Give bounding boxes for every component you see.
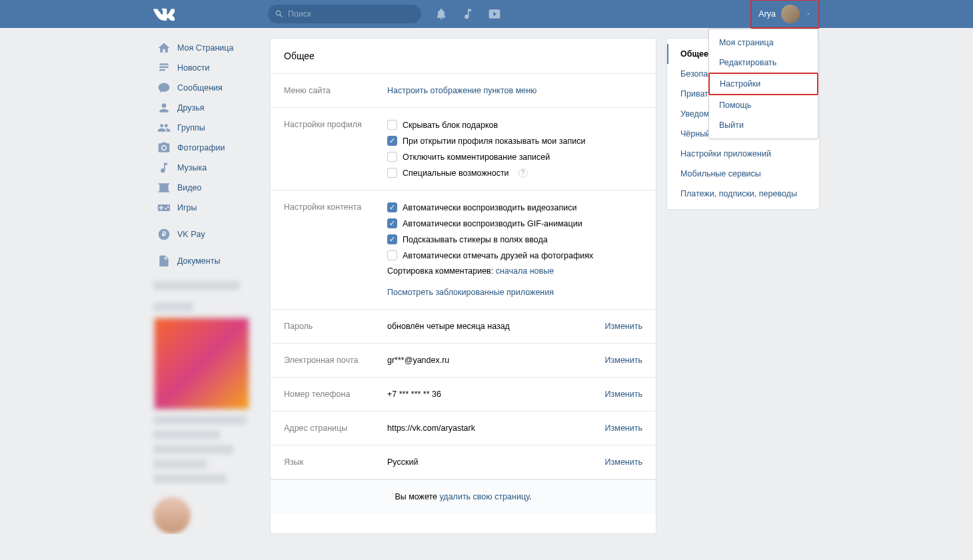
username: Arya bbox=[758, 9, 776, 19]
profile-settings-label: Настройки профиля bbox=[284, 120, 387, 178]
bell-icon[interactable] bbox=[435, 7, 448, 21]
dropdown-logout[interactable]: Выйти bbox=[709, 115, 818, 135]
dropdown-my-page[interactable]: Моя страница bbox=[709, 33, 818, 53]
checkbox-disable-comments[interactable] bbox=[387, 152, 397, 162]
document-icon bbox=[157, 254, 171, 268]
dropdown-edit[interactable]: Редактировать bbox=[709, 53, 818, 73]
nav-my-page[interactable]: Моя Страница bbox=[153, 38, 260, 58]
svg-point-1 bbox=[163, 146, 166, 150]
games-icon bbox=[157, 201, 171, 214]
dropdown-settings[interactable]: Настройки bbox=[708, 73, 818, 95]
blocked-apps-link[interactable]: Посмотреть заблокированные приложения bbox=[387, 288, 554, 297]
help-icon[interactable]: ? bbox=[518, 168, 528, 178]
checkbox-sticker-hints[interactable] bbox=[387, 234, 397, 244]
friends-icon bbox=[157, 101, 171, 115]
groups-icon bbox=[157, 121, 171, 135]
sidebar-extras bbox=[153, 281, 260, 534]
nav-photos[interactable]: Фотографии bbox=[153, 138, 260, 158]
password-label: Пароль bbox=[284, 322, 387, 331]
settings-title: Общее bbox=[271, 39, 656, 74]
email-label: Электронная почта bbox=[284, 356, 387, 365]
svg-text:₽: ₽ bbox=[162, 230, 167, 238]
nav-news[interactable]: Новости bbox=[153, 58, 260, 78]
avatar bbox=[781, 5, 800, 23]
vkpay-icon: ₽ bbox=[157, 228, 171, 241]
message-icon bbox=[157, 81, 171, 95]
settings-content: Общее Меню сайта Настроить отображение п… bbox=[270, 38, 656, 534]
checkbox-show-posts[interactable] bbox=[387, 136, 397, 146]
content-settings-label: Настройки контента bbox=[284, 202, 387, 297]
tab-payments[interactable]: Платежи, подписки, переводы bbox=[667, 184, 819, 204]
lang-change[interactable]: Изменить bbox=[605, 457, 642, 467]
nav-vkpay[interactable]: ₽VK Pay bbox=[153, 224, 260, 244]
url-value: https://vk.com/aryastark bbox=[387, 423, 475, 433]
email-change[interactable]: Изменить bbox=[605, 356, 642, 365]
nav-documents[interactable]: Документы bbox=[153, 251, 260, 271]
search-box[interactable] bbox=[268, 5, 421, 23]
menu-site-label: Меню сайта bbox=[284, 86, 387, 95]
video-nav-icon bbox=[157, 181, 171, 194]
checkbox-accessibility[interactable] bbox=[387, 168, 397, 178]
url-label: Адрес страницы bbox=[284, 423, 387, 433]
phone-label: Номер телефона bbox=[284, 390, 387, 399]
music-nav-icon bbox=[157, 161, 171, 174]
menu-site-link[interactable]: Настроить отображение пунктов меню bbox=[387, 86, 536, 95]
nav-games[interactable]: Игры bbox=[153, 198, 260, 218]
lang-label: Язык bbox=[284, 457, 387, 467]
nav-groups[interactable]: Группы bbox=[153, 118, 260, 138]
checkbox-autoplay-gif[interactable] bbox=[387, 218, 397, 228]
nav-messages[interactable]: Сообщения bbox=[153, 78, 260, 98]
nav-music[interactable]: Музыка bbox=[153, 158, 260, 178]
music-icon[interactable] bbox=[461, 7, 475, 21]
user-menu[interactable]: Arya Моя страница Редактировать Настройк… bbox=[750, 0, 820, 29]
nav-video[interactable]: Видео bbox=[153, 178, 260, 198]
sidebar: Моя Страница Новости Сообщения Друзья Гр… bbox=[153, 38, 260, 534]
tab-mobile[interactable]: Мобильные сервисы bbox=[667, 164, 819, 184]
checkbox-hide-gifts[interactable] bbox=[387, 120, 397, 130]
lang-value: Русский bbox=[387, 457, 418, 467]
header: Arya Моя страница Редактировать Настройк… bbox=[0, 0, 973, 28]
email-value: gr***@yandex.ru bbox=[387, 356, 449, 365]
delete-page-link[interactable]: удалить свою страницу bbox=[440, 492, 530, 501]
phone-change[interactable]: Изменить bbox=[605, 390, 642, 399]
password-change[interactable]: Изменить bbox=[605, 322, 642, 331]
user-dropdown: Моя страница Редактировать Настройки Пом… bbox=[708, 29, 818, 139]
home-icon bbox=[157, 41, 171, 55]
checkbox-autotag-friends[interactable] bbox=[387, 250, 397, 260]
news-icon bbox=[157, 61, 171, 75]
tab-app-settings[interactable]: Настройки приложений bbox=[667, 144, 819, 164]
password-value: обновлён четыре месяца назад bbox=[387, 322, 510, 331]
sort-link[interactable]: сначала новые bbox=[496, 266, 554, 276]
url-change[interactable]: Изменить bbox=[605, 423, 642, 433]
delete-page-note: Вы можете удалить свою страницу. bbox=[271, 479, 656, 513]
checkbox-autoplay-video[interactable] bbox=[387, 202, 397, 212]
search-input[interactable] bbox=[288, 9, 408, 19]
vk-logo[interactable] bbox=[153, 7, 175, 21]
chevron-down-icon bbox=[805, 11, 812, 17]
dropdown-help[interactable]: Помощь bbox=[709, 95, 818, 115]
phone-value: +7 *** *** ** 36 bbox=[387, 390, 441, 399]
video-icon[interactable] bbox=[488, 7, 501, 21]
nav-friends[interactable]: Друзья bbox=[153, 98, 260, 118]
photo-icon bbox=[157, 141, 171, 154]
search-icon bbox=[275, 9, 284, 19]
